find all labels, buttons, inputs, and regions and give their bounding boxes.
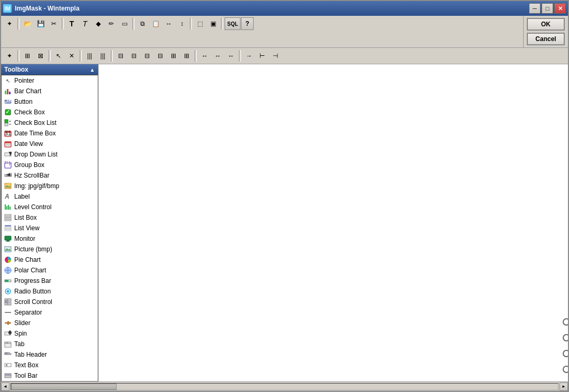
toolbox-item-drop-down-list[interactable]: ▼ Drop Down List (2, 149, 98, 160)
tool-bar-icon (4, 371, 12, 380)
toolbox-item-separator[interactable]: Separator (2, 307, 98, 318)
tb-sep2 (62, 18, 64, 30)
tb2-align6-btn[interactable]: ⊞ (180, 50, 193, 62)
toolbox-item-date-time-box[interactable]: 31 Date Time Box (2, 128, 98, 139)
toolbox-item-tab[interactable]: Tab (2, 339, 98, 349)
svg-rect-84 (9, 374, 11, 376)
toolbox-item-img[interactable]: Img: jpg/gif/bmp (2, 181, 98, 191)
h-scroll-track[interactable] (11, 383, 558, 390)
tb-sep3 (132, 18, 134, 30)
svg-rect-0 (5, 91, 6, 94)
close-button[interactable]: ✕ (554, 3, 566, 14)
toolbox-item-pie-chart[interactable]: Pie Chart (2, 254, 98, 265)
h-scroll-thumb[interactable] (11, 384, 117, 390)
tb2-grid-btn[interactable]: ⊞ (21, 50, 34, 62)
toolbox-item-text-box[interactable]: Text Box (2, 360, 98, 370)
radio-smooth-btn[interactable] (563, 334, 568, 341)
toolbox-item-spin[interactable]: ▲▼ Spin (2, 328, 98, 339)
text-box-icon (4, 361, 12, 369)
check-box-list-label: Check Box List (14, 119, 56, 126)
toolbox-item-check-box-list[interactable]: Check Box List (2, 117, 98, 128)
tb2-barcode-btn[interactable]: ||| (83, 50, 96, 62)
tb-save-btn[interactable]: 💾 (34, 17, 47, 30)
toolbox-item-scroll-control[interactable]: Scroll Control (2, 297, 98, 307)
tb2-space3-btn[interactable]: ↔ (225, 50, 237, 62)
toolbox-scroll-up[interactable]: ▲ (90, 67, 95, 73)
canvas-area[interactable]: Gaussian 1. radioGaussian Smooth 2. radi… (99, 64, 568, 381)
toolbox-item-bar-chart[interactable]: Bar Chart (2, 86, 98, 96)
tb2-barcode2-btn[interactable]: ||| (97, 50, 109, 62)
tb-shape-btn[interactable]: ◆ (92, 17, 104, 30)
tb-pencil-btn[interactable]: ✏ (105, 17, 118, 30)
toolbox-item-level-control[interactable]: Level Control (2, 202, 98, 212)
tb2-align2-btn[interactable]: ⊟ (128, 50, 140, 62)
tb2-align5-btn[interactable]: ⊞ (167, 50, 180, 62)
title-bar-left: IM ImgMask - Wintempla (3, 4, 80, 13)
radio-sharpening-btn[interactable] (563, 350, 568, 357)
tb-paste-btn[interactable]: 📋 (149, 17, 162, 30)
tb2-order3-btn[interactable]: ⊣ (269, 50, 282, 62)
bottom-scrollbar[interactable]: ◄ ► (1, 381, 568, 391)
tb2-sep6 (239, 50, 241, 62)
radio-gaussian-control: Gaussian 1. radioGaussian (563, 317, 568, 327)
date-view-label: Date View (14, 140, 43, 148)
hz-scrollbar-icon: ◄► (4, 171, 12, 180)
tb2-align3-btn[interactable]: ⊟ (141, 50, 153, 62)
toolbox-item-hz-scrollbar[interactable]: ◄► Hz ScrollBar (2, 170, 98, 181)
radio-laplasian-btn[interactable] (563, 366, 568, 373)
tb-help-btn[interactable]: ? (241, 17, 254, 30)
h-scroll-left-arrow[interactable]: ◄ (1, 383, 9, 391)
progress-bar-label: Progress Bar (14, 277, 51, 285)
tb2-align1-btn[interactable]: ⊟ (114, 50, 127, 62)
tb2-arrow-btn[interactable]: ↖ (52, 50, 65, 62)
svg-rect-41 (5, 225, 11, 227)
tb2-order2-btn[interactable]: ⊢ (256, 50, 268, 62)
radio-gaussian-btn[interactable] (563, 318, 568, 326)
tb2-space2-btn[interactable]: ↔ (211, 50, 224, 62)
toolbox-item-date-view[interactable]: Date View (2, 139, 98, 149)
toolbox-item-check-box[interactable]: ✓ Check Box (2, 107, 98, 117)
tb-copy-btn[interactable]: ⧉ (136, 17, 149, 30)
tb-text-bold-btn[interactable]: T (65, 17, 78, 30)
tb2-align4-btn[interactable]: ⊟ (154, 50, 167, 62)
toolbox-item-radio-button[interactable]: Radio Button (2, 286, 98, 297)
toolbox-item-label[interactable]: A Label (2, 191, 98, 202)
tb2-order1-btn[interactable]: → (243, 50, 255, 62)
svg-rect-62 (8, 299, 11, 301)
tb-asterisk-btn[interactable]: ✦ (3, 17, 16, 30)
toolbox-item-list-box[interactable]: List Box (2, 212, 98, 223)
maximize-button[interactable]: □ (542, 3, 553, 14)
pie-chart-label: Pie Chart (14, 256, 41, 263)
radio-emboss90-control: Emboss 90 5. radioEmboss90 (563, 380, 568, 381)
tb-text-italic-btn[interactable]: T (79, 17, 91, 30)
toolbox-item-slider[interactable]: Slider (2, 318, 98, 328)
svg-text:►: ► (10, 172, 12, 178)
tb2-cross-btn[interactable]: ✕ (65, 50, 78, 62)
toolbox-item-polar-chart[interactable]: Polar Chart (2, 265, 98, 276)
tb-group-btn[interactable]: ▣ (207, 17, 219, 30)
tb2-space1-btn[interactable]: ↔ (198, 50, 211, 62)
tb-flip-btn[interactable]: ↕ (176, 17, 188, 30)
cancel-button[interactable]: Cancel (527, 33, 565, 45)
tb2-asterisk-btn[interactable]: ✦ (3, 50, 16, 62)
toolbox-item-button[interactable]: OK Button (2, 96, 98, 107)
toolbox-item-list-view[interactable]: List View (2, 223, 98, 233)
tb-rect-btn[interactable]: ▭ (118, 17, 131, 30)
toolbox-item-monitor[interactable]: Monitor (2, 233, 98, 244)
h-scroll-right-arrow[interactable]: ► (560, 383, 568, 391)
toolbox-item-progress-bar[interactable]: Progress Bar (2, 276, 98, 286)
tb-open-btn[interactable]: 📂 (21, 17, 34, 30)
toolbox-list[interactable]: ↖ Pointer Bar Chart OK Button (1, 75, 98, 381)
ok-button[interactable]: OK (527, 18, 565, 31)
toolbox-item-tool-bar[interactable]: Tool Bar (2, 370, 98, 381)
toolbox-item-pointer[interactable]: ↖ Pointer (2, 75, 98, 86)
toolbox-item-group-box[interactable]: Grp Group Box (2, 160, 98, 170)
tb-move-btn[interactable]: ↔ (162, 17, 175, 30)
minimize-button[interactable]: ─ (529, 3, 541, 14)
toolbox-item-tab-header[interactable]: Tab Header (2, 349, 98, 360)
tb-cut-btn[interactable]: ✂ (47, 17, 60, 30)
tb-select-btn[interactable]: ⬚ (194, 17, 206, 30)
toolbox-item-picture[interactable]: Picture (bmp) (2, 244, 98, 254)
tb2-grid2-btn[interactable]: ⊠ (34, 50, 47, 62)
tb-sql-btn[interactable]: SQL (225, 17, 240, 30)
